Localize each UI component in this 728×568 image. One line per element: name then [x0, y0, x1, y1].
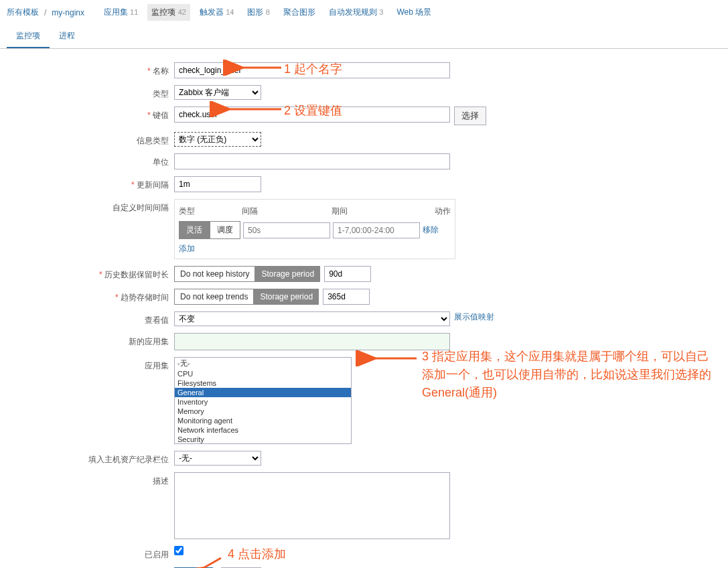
label-name: 名称 — [0, 62, 174, 77]
interval-remove[interactable]: 移除 — [423, 224, 439, 236]
nav-screens[interactable]: 聚合图形 — [279, 4, 319, 21]
label-enabled: 已启用 — [0, 546, 174, 561]
trends-no-keep[interactable]: Do not keep trends — [174, 289, 254, 305]
show-mapping-link[interactable]: 展示值映射 — [454, 311, 494, 323]
name-input[interactable] — [174, 62, 450, 78]
apps-option[interactable]: -无- — [175, 358, 351, 369]
history-val-input[interactable] — [324, 266, 371, 282]
label-info-type: 信息类型 — [0, 132, 174, 147]
label-inventory: 填入主机资产纪录栏位 — [0, 451, 174, 466]
tab-item[interactable]: 监控项 — [7, 25, 50, 48]
label-update: 更新间隔 — [0, 176, 174, 191]
tabs: 监控项 进程 — [0, 25, 728, 49]
crumb-sep: / — [44, 8, 46, 17]
apps-listbox[interactable]: -无-CPUFilesystemsGeneralInventoryMemoryM… — [174, 357, 352, 444]
ihead-action: 动作 — [435, 206, 451, 217]
interval-val-input[interactable] — [243, 222, 330, 238]
custom-interval-box: 类型 间隔 期间 动作 灵活 调度 移除 添加 — [174, 199, 455, 259]
trends-val-input[interactable] — [323, 289, 370, 305]
tab-process[interactable]: 进程 — [50, 25, 84, 48]
key-select-button[interactable]: 选择 — [454, 106, 486, 125]
info-type-select[interactable]: 数字 (无正负) — [174, 132, 261, 147]
interval-period-input[interactable] — [333, 222, 420, 238]
desc-textarea[interactable] — [174, 472, 450, 539]
interval-sched-button[interactable]: 调度 — [210, 221, 240, 239]
enabled-checkbox[interactable] — [174, 546, 184, 555]
apps-option[interactable]: Network interfaces — [175, 425, 351, 435]
new-appset-input[interactable] — [174, 333, 450, 350]
nav-graphs[interactable]: 图形 8 — [243, 4, 273, 21]
key-input[interactable] — [174, 106, 450, 123]
nav-discovery[interactable]: 自动发现规则 3 — [325, 4, 387, 21]
type-select[interactable]: Zabbix 客户端 — [174, 85, 261, 100]
history-storage-period[interactable]: Storage period — [255, 266, 320, 282]
apps-option[interactable]: General — [175, 388, 351, 397]
ihead-interval: 间隔 — [242, 206, 258, 217]
ihead-type: 类型 — [179, 206, 195, 217]
apps-option[interactable]: Security — [175, 435, 351, 444]
trends-storage-period[interactable]: Storage period — [254, 289, 319, 305]
nav-web[interactable]: Web 场景 — [392, 4, 435, 21]
label-units: 单位 — [0, 153, 174, 168]
label-apps: 应用集 — [0, 357, 174, 372]
breadcrumb: 所有模板 / my-nginx 应用集 11 监控项 42 触发器 14 图形 … — [0, 0, 728, 25]
nav-triggers[interactable]: 触发器 14 — [196, 4, 238, 21]
label-new-app: 新的应用集 — [0, 333, 174, 348]
label-custom-interval: 自定义时间间隔 — [0, 199, 174, 214]
apps-option[interactable]: Memory — [175, 407, 351, 416]
apps-option[interactable]: Filesystems — [175, 378, 351, 388]
interval-flex-button[interactable]: 灵活 — [179, 221, 210, 239]
label-trends: 趋势存储时间 — [0, 289, 174, 303]
item-form: 名称 类型 Zabbix 客户端 键值 选择 信息类型 数字 (无正负) 单位 … — [0, 49, 728, 568]
apps-option[interactable]: Monitoring agent — [175, 416, 351, 425]
label-type: 类型 — [0, 85, 174, 100]
apps-option[interactable]: Inventory — [175, 397, 351, 407]
crumb-template[interactable]: my-nginx — [52, 8, 84, 17]
update-input[interactable] — [174, 176, 261, 192]
interval-add[interactable]: 添加 — [179, 244, 195, 253]
inventory-select[interactable]: -无- — [174, 451, 261, 466]
nav-items[interactable]: 监控项 42 — [147, 4, 190, 21]
nav-apps[interactable]: 应用集 11 — [100, 4, 143, 21]
label-history: 历史数据保留时长 — [0, 266, 174, 281]
label-show-val: 查看值 — [0, 311, 174, 326]
history-no-keep[interactable]: Do not keep history — [174, 266, 255, 282]
show-val-select[interactable]: 不变 — [174, 311, 450, 326]
crumb-all-templates[interactable]: 所有模板 — [7, 7, 39, 18]
ihead-period: 期间 — [332, 206, 348, 217]
apps-option[interactable]: CPU — [175, 369, 351, 378]
label-key: 键值 — [0, 106, 174, 121]
units-input[interactable] — [174, 153, 450, 169]
label-desc: 描述 — [0, 472, 174, 487]
